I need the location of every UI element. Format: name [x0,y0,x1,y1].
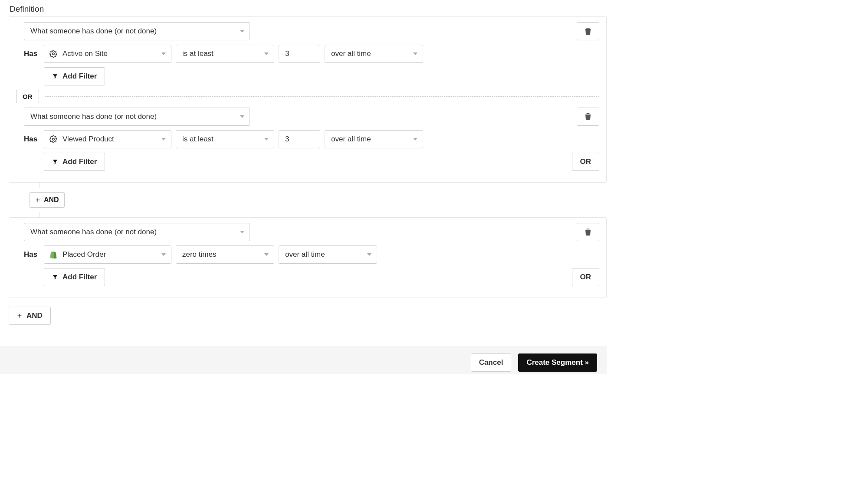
add-filter-button[interactable]: Add Filter [44,153,105,171]
chevron-down-icon [413,138,417,141]
chevron-down-icon [264,253,269,256]
has-label: Has [24,135,39,144]
chevron-down-icon [367,253,371,256]
shopify-icon [49,251,57,259]
add-and-group-button[interactable]: AND [9,307,51,325]
chevron-down-icon [161,138,166,141]
dashed-line [45,96,600,97]
gear-icon [49,135,57,143]
or-label: OR [580,273,591,281]
metric-select[interactable]: Active on Site [44,45,171,63]
metric-label: Viewed Product [62,135,114,144]
cancel-button[interactable]: Cancel [471,353,512,372]
gear-icon [49,50,57,58]
operator-label: is at least [182,49,214,58]
trash-icon [585,28,591,35]
metric-label: Active on Site [62,49,108,58]
filter-icon [52,274,58,280]
timeframe-label: over all time [331,49,371,58]
create-segment-label: Create Segment » [526,358,589,367]
condition-type-select[interactable]: What someone has done (or not done) [24,223,250,241]
filter-icon [52,73,58,79]
chevron-down-icon [413,52,417,55]
timeframe-select[interactable]: over all time [279,245,377,264]
delete-condition-button[interactable] [577,108,599,126]
section-title: Definition [10,4,607,14]
chevron-down-icon [161,52,166,55]
condition-group: What someone has done (or not done) Has … [9,16,607,183]
or-label: OR [580,157,591,166]
operator-select[interactable]: is at least [176,45,274,63]
condition-type-select[interactable]: What someone has done (or not done) [24,22,250,40]
condition-type-label: What someone has done (or not done) [30,228,157,236]
add-or-button[interactable]: OR [572,153,600,171]
chevron-down-icon [240,115,244,118]
add-filter-button[interactable]: Add Filter [44,67,105,85]
condition-type-select[interactable]: What someone has done (or not done) [24,108,250,126]
trash-icon [585,113,591,120]
delete-condition-button[interactable] [577,22,599,40]
operator-label: zero times [182,250,216,259]
chevron-down-icon [264,52,269,55]
footer-bar: Cancel Create Segment » [0,346,607,374]
plus-icon [35,197,40,203]
vertical-connector [39,212,607,217]
and-connector-label: AND [44,196,59,204]
svg-point-1 [53,138,55,141]
chevron-down-icon [264,138,269,141]
add-filter-label: Add Filter [62,157,97,166]
vertical-connector [39,183,607,188]
has-label: Has [24,49,39,58]
operator-label: is at least [182,135,214,144]
add-filter-label: Add Filter [62,273,97,281]
delete-condition-button[interactable] [577,223,599,241]
add-filter-button[interactable]: Add Filter [44,268,105,286]
or-chip[interactable]: OR [16,90,39,103]
value-input-wrapper [279,45,320,63]
and-label: AND [26,311,43,320]
value-input[interactable] [284,49,315,59]
condition-type-label: What someone has done (or not done) [30,112,157,121]
metric-select[interactable]: Viewed Product [44,130,171,148]
metric-select[interactable]: Placed Order [44,245,171,264]
condition-group: What someone has done (or not done) Has … [9,217,607,298]
add-or-button[interactable]: OR [572,268,600,286]
operator-select[interactable]: zero times [176,245,274,264]
add-filter-label: Add Filter [62,72,97,81]
filter-icon [52,159,58,165]
value-input[interactable] [284,134,315,144]
timeframe-label: over all time [285,250,325,259]
plus-icon [17,313,22,318]
condition-type-label: What someone has done (or not done) [30,27,157,36]
trash-icon [585,229,591,236]
cancel-label: Cancel [479,358,503,367]
timeframe-label: over all time [331,135,371,144]
operator-select[interactable]: is at least [176,130,274,148]
timeframe-select[interactable]: over all time [325,45,423,63]
chevron-down-icon [240,30,244,33]
svg-point-0 [53,53,55,55]
or-separator: OR [16,90,599,103]
and-connector: AND [30,188,607,212]
value-input-wrapper [279,130,320,148]
timeframe-select[interactable]: over all time [325,130,423,148]
chevron-down-icon [161,253,166,256]
chevron-down-icon [240,231,244,233]
create-segment-button[interactable]: Create Segment » [518,353,597,372]
metric-label: Placed Order [62,250,106,259]
has-label: Has [24,250,39,259]
and-connector-chip[interactable]: AND [30,192,65,208]
